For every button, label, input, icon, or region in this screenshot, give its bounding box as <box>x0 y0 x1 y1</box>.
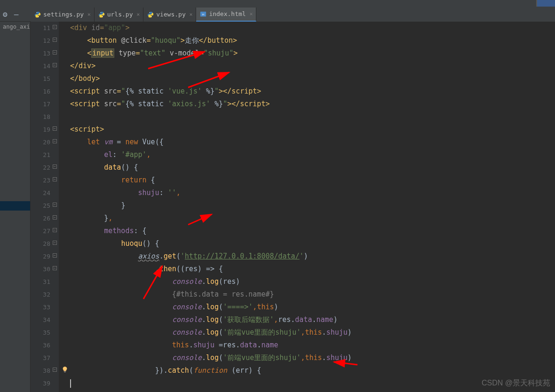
code-line[interactable]: console.log('前端vue里面的shuju',this.shuju) <box>70 352 555 364</box>
gutter-line-number[interactable]: 33 <box>31 301 50 314</box>
code-line[interactable]: return { <box>70 174 555 187</box>
code-line[interactable]: this.shuju =res.data.name <box>70 339 555 352</box>
fold-marker-icon[interactable]: − <box>53 165 57 169</box>
gutter-line-number[interactable]: 31 <box>31 275 50 288</box>
code-line[interactable] <box>70 110 555 123</box>
code-line[interactable]: }) <box>70 390 555 392</box>
gutter-line-number[interactable]: 38− <box>31 364 50 377</box>
gutter-line-number[interactable]: 25− <box>31 199 50 212</box>
gutter-line-number[interactable]: 34 <box>31 314 50 326</box>
gutter-line-number[interactable]: 27− <box>31 225 50 237</box>
gutter-line-number[interactable]: 16 <box>31 85 50 98</box>
close-icon[interactable]: ✕ <box>87 11 91 17</box>
fold-marker-icon[interactable]: − <box>53 139 57 143</box>
gutter-line-number[interactable]: 36 <box>31 339 50 352</box>
title-bar <box>0 0 555 8</box>
tab-views-py[interactable]: views.py✕ <box>143 8 196 22</box>
code-line[interactable]: shuju: '', <box>70 187 555 199</box>
tab-index-html[interactable]: Hindex.html✕ <box>196 8 256 22</box>
code-line[interactable]: axios.get('http://127.0.0.1:8008/data/') <box>70 250 555 263</box>
code-line[interactable]: {#this.data = res.name#} <box>70 288 555 301</box>
project-sidebar[interactable]: ango_axios <box>0 22 31 392</box>
sidebar-item-project[interactable]: ango_axios <box>0 22 30 32</box>
gutter-line-number[interactable]: 28− <box>31 237 50 250</box>
gutter-line-number[interactable]: 19− <box>31 123 50 136</box>
sidebar-item-selected[interactable] <box>0 201 30 211</box>
code-line[interactable]: let vm = new Vue({ <box>70 136 555 149</box>
lightbulb-icon[interactable] <box>62 364 68 371</box>
svg-point-5 <box>151 16 151 16</box>
gutter-line-number[interactable]: 22− <box>31 161 50 174</box>
gutter-line-number[interactable]: 26− <box>31 212 50 225</box>
gutter-line-number[interactable]: 23− <box>31 174 50 187</box>
code-line[interactable]: data() { <box>70 161 555 174</box>
code-line[interactable]: <script src="{% static 'axios.js' %}"></… <box>70 98 555 110</box>
close-icon[interactable]: ✕ <box>190 11 193 17</box>
fold-marker-icon[interactable]: − <box>53 25 57 29</box>
close-icon[interactable]: ✕ <box>137 11 140 17</box>
gutter-line-number[interactable]: 30− <box>31 263 50 275</box>
fold-marker-icon[interactable]: − <box>53 241 57 245</box>
code-line[interactable]: <script src="{% static 'vue.js' %}"></sc… <box>70 85 555 98</box>
fold-marker-icon[interactable]: − <box>53 266 57 270</box>
editor[interactable]: 11−12−13−14−1516171819−20−2122−23−2425−2… <box>31 22 555 392</box>
code-line[interactable]: methods: { <box>70 225 555 237</box>
code-line[interactable]: </div> <box>70 60 555 72</box>
code-line[interactable]: huoqu() { <box>70 237 555 250</box>
tab-settings-py[interactable]: settings.py✕ <box>31 8 95 22</box>
gutter-line-number[interactable]: 40− <box>31 390 50 392</box>
code-line[interactable]: <div id="app"> <box>70 22 555 34</box>
gutter[interactable]: 11−12−13−14−1516171819−20−2122−23−2425−2… <box>31 22 59 392</box>
gutter-line-number[interactable]: 37 <box>31 352 50 364</box>
gutter-line-number[interactable]: 12− <box>31 34 50 47</box>
code-line[interactable]: <input type="text" v-model="shuju"> <box>70 47 555 60</box>
gutter-line-number[interactable]: 35 <box>31 326 50 339</box>
gutter-line-number[interactable]: 17 <box>31 98 50 110</box>
fold-marker-icon[interactable]: − <box>53 126 57 131</box>
gear-icon[interactable]: ⚙ <box>3 10 8 19</box>
fold-marker-icon[interactable]: − <box>53 215 57 220</box>
gutter-line-number[interactable]: 15 <box>31 72 50 85</box>
gutter-line-number[interactable]: 39 <box>31 377 50 390</box>
fold-marker-icon[interactable]: − <box>53 63 57 67</box>
code-line[interactable]: console.log('前端vue里面的shuju',this.shuju) <box>70 326 555 339</box>
gutter-line-number[interactable]: 21 <box>31 149 50 161</box>
tab-urls-py[interactable]: urls.py✕ <box>95 8 143 22</box>
html-file-icon: H <box>200 11 206 17</box>
fold-marker-icon[interactable]: − <box>53 368 57 372</box>
minimize-icon[interactable]: — <box>14 10 19 19</box>
gutter-line-number[interactable]: 32 <box>31 288 50 301</box>
gutter-line-number[interactable]: 20− <box>31 136 50 149</box>
code-line[interactable]: console.log('====>',this) <box>70 301 555 314</box>
close-icon[interactable]: ✕ <box>250 11 253 17</box>
code-line[interactable]: <script> <box>70 123 555 136</box>
fold-marker-icon[interactable]: − <box>53 50 57 55</box>
fold-marker-icon[interactable]: − <box>53 203 57 207</box>
svg-point-4 <box>150 12 150 12</box>
fold-marker-icon[interactable]: − <box>53 253 57 258</box>
code-area[interactable]: <div id="app"> <button @click="huoqu">走你… <box>59 22 555 392</box>
code-line[interactable]: } <box>70 199 555 212</box>
code-line[interactable]: .then((res) => { <box>70 263 555 275</box>
watermark: CSDN @景天科技苑 <box>482 378 550 388</box>
code-line[interactable]: }, <box>70 212 555 225</box>
svg-text:H: H <box>202 12 204 16</box>
gutter-line-number[interactable]: 14− <box>31 60 50 72</box>
code-line[interactable]: console.log('获取后端数据',res.data.name) <box>70 314 555 326</box>
gutter-line-number[interactable]: 29− <box>31 250 50 263</box>
svg-rect-8 <box>64 371 66 372</box>
gutter-line-number[interactable]: 11− <box>31 22 50 34</box>
gutter-line-number[interactable]: 18 <box>31 110 50 123</box>
code-line[interactable]: el: '#app', <box>70 149 555 161</box>
tab-label: urls.py <box>107 11 133 18</box>
fold-marker-icon[interactable]: − <box>53 228 57 232</box>
svg-point-3 <box>102 16 103 16</box>
code-line[interactable]: <button @click="huoqu">走你</button> <box>70 34 555 47</box>
code-line[interactable]: }).catch(function (err) { <box>70 364 555 377</box>
code-line[interactable]: console.log(res) <box>70 275 555 288</box>
gutter-line-number[interactable]: 13− <box>31 47 50 60</box>
gutter-line-number[interactable]: 24 <box>31 187 50 199</box>
code-line[interactable]: </body> <box>70 72 555 85</box>
fold-marker-icon[interactable]: − <box>53 177 57 181</box>
fold-marker-icon[interactable]: − <box>53 38 57 42</box>
